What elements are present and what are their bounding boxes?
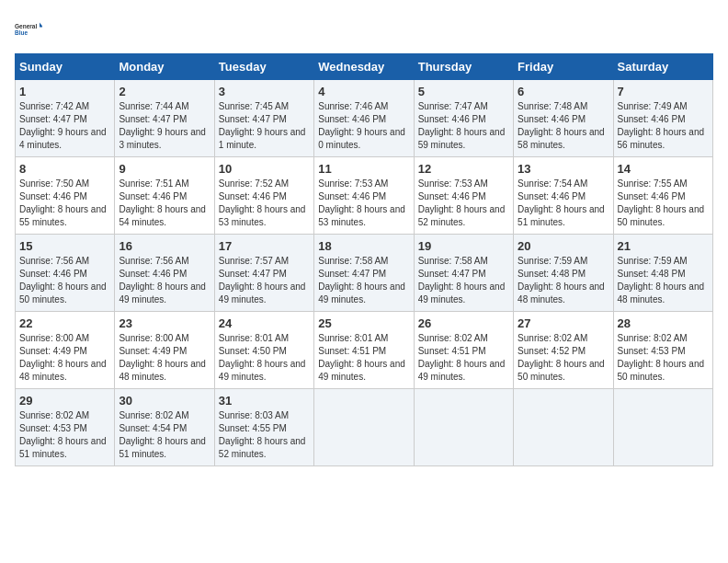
day-number: 12 bbox=[418, 162, 509, 176]
day-number: 28 bbox=[618, 316, 709, 330]
day-info: Sunrise: 8:01 AM Sunset: 4:50 PM Dayligh… bbox=[219, 332, 310, 384]
week-row-5: 29 Sunrise: 8:02 AM Sunset: 4:53 PM Dayl… bbox=[16, 389, 713, 466]
day-info: Sunrise: 7:58 AM Sunset: 4:47 PM Dayligh… bbox=[318, 255, 409, 306]
day-info: Sunrise: 7:56 AM Sunset: 4:46 PM Dayligh… bbox=[119, 255, 210, 306]
calendar-cell: 16 Sunrise: 7:56 AM Sunset: 4:46 PM Dayl… bbox=[115, 235, 214, 312]
calendar-cell: 12 Sunrise: 7:53 AM Sunset: 4:46 PM Dayl… bbox=[414, 157, 513, 235]
day-info: Sunrise: 8:01 AM Sunset: 4:51 PM Dayligh… bbox=[318, 332, 409, 384]
day-info: Sunrise: 7:59 AM Sunset: 4:48 PM Dayligh… bbox=[618, 255, 709, 306]
calendar-cell: 17 Sunrise: 7:57 AM Sunset: 4:47 PM Dayl… bbox=[214, 235, 313, 312]
day-number: 16 bbox=[119, 239, 210, 253]
day-number: 26 bbox=[418, 316, 509, 330]
week-row-3: 15 Sunrise: 7:56 AM Sunset: 4:46 PM Dayl… bbox=[16, 235, 713, 312]
calendar-cell bbox=[514, 389, 613, 466]
day-number: 11 bbox=[318, 162, 409, 176]
calendar-cell: 27 Sunrise: 8:02 AM Sunset: 4:52 PM Dayl… bbox=[514, 312, 613, 389]
svg-text:Blue: Blue bbox=[15, 29, 28, 36]
calendar-cell: 14 Sunrise: 7:55 AM Sunset: 4:46 PM Dayl… bbox=[613, 157, 712, 235]
day-info: Sunrise: 8:02 AM Sunset: 4:51 PM Dayligh… bbox=[418, 332, 509, 384]
day-info: Sunrise: 7:48 AM Sunset: 4:46 PM Dayligh… bbox=[518, 100, 609, 152]
day-info: Sunrise: 7:56 AM Sunset: 4:46 PM Dayligh… bbox=[19, 255, 110, 306]
calendar-cell: 30 Sunrise: 8:02 AM Sunset: 4:54 PM Dayl… bbox=[115, 389, 214, 466]
calendar-cell: 21 Sunrise: 7:59 AM Sunset: 4:48 PM Dayl… bbox=[613, 235, 712, 312]
weekday-header-thursday: Thursday bbox=[414, 54, 513, 80]
day-info: Sunrise: 7:49 AM Sunset: 4:46 PM Dayligh… bbox=[618, 100, 709, 152]
weekday-header-wednesday: Wednesday bbox=[314, 54, 414, 80]
day-number: 7 bbox=[618, 85, 709, 98]
day-info: Sunrise: 8:00 AM Sunset: 4:49 PM Dayligh… bbox=[119, 332, 210, 384]
day-number: 14 bbox=[618, 162, 709, 176]
calendar-cell: 20 Sunrise: 7:59 AM Sunset: 4:48 PM Dayl… bbox=[514, 235, 613, 312]
day-number: 31 bbox=[219, 394, 310, 408]
day-info: Sunrise: 7:57 AM Sunset: 4:47 PM Dayligh… bbox=[219, 255, 310, 306]
day-number: 20 bbox=[518, 239, 609, 253]
logo: General Blue bbox=[15, 15, 42, 42]
calendar-cell bbox=[314, 389, 414, 466]
day-number: 27 bbox=[518, 316, 609, 330]
day-number: 19 bbox=[418, 239, 509, 253]
day-info: Sunrise: 7:53 AM Sunset: 4:46 PM Dayligh… bbox=[418, 178, 509, 229]
svg-text:General: General bbox=[15, 23, 37, 29]
day-info: Sunrise: 7:46 AM Sunset: 4:46 PM Dayligh… bbox=[318, 100, 409, 152]
calendar-cell: 13 Sunrise: 7:54 AM Sunset: 4:46 PM Dayl… bbox=[514, 157, 613, 235]
calendar-cell: 11 Sunrise: 7:53 AM Sunset: 4:46 PM Dayl… bbox=[314, 157, 414, 235]
weekday-header-saturday: Saturday bbox=[613, 54, 712, 80]
day-number: 13 bbox=[518, 162, 609, 176]
day-number: 1 bbox=[19, 85, 110, 98]
day-number: 23 bbox=[119, 316, 210, 330]
day-number: 21 bbox=[618, 239, 709, 253]
logo-svg: General Blue bbox=[15, 15, 42, 42]
day-number: 10 bbox=[219, 162, 310, 176]
calendar-cell: 18 Sunrise: 7:58 AM Sunset: 4:47 PM Dayl… bbox=[314, 235, 414, 312]
day-info: Sunrise: 7:58 AM Sunset: 4:47 PM Dayligh… bbox=[418, 255, 509, 306]
calendar-cell: 29 Sunrise: 8:02 AM Sunset: 4:53 PM Dayl… bbox=[16, 389, 115, 466]
calendar-cell: 2 Sunrise: 7:44 AM Sunset: 4:47 PM Dayli… bbox=[115, 80, 214, 157]
day-info: Sunrise: 7:51 AM Sunset: 4:46 PM Dayligh… bbox=[119, 178, 210, 229]
day-number: 15 bbox=[19, 239, 110, 253]
calendar-cell: 1 Sunrise: 7:42 AM Sunset: 4:47 PM Dayli… bbox=[16, 80, 115, 157]
day-info: Sunrise: 8:00 AM Sunset: 4:49 PM Dayligh… bbox=[19, 332, 110, 384]
day-number: 18 bbox=[318, 239, 409, 253]
day-info: Sunrise: 7:50 AM Sunset: 4:46 PM Dayligh… bbox=[19, 178, 110, 229]
page-header: General Blue bbox=[15, 15, 713, 42]
calendar-cell: 24 Sunrise: 8:01 AM Sunset: 4:50 PM Dayl… bbox=[214, 312, 313, 389]
calendar-cell: 22 Sunrise: 8:00 AM Sunset: 4:49 PM Dayl… bbox=[16, 312, 115, 389]
day-info: Sunrise: 7:55 AM Sunset: 4:46 PM Dayligh… bbox=[618, 178, 709, 229]
day-info: Sunrise: 8:02 AM Sunset: 4:52 PM Dayligh… bbox=[518, 332, 609, 384]
week-row-1: 1 Sunrise: 7:42 AM Sunset: 4:47 PM Dayli… bbox=[16, 80, 713, 157]
day-info: Sunrise: 7:59 AM Sunset: 4:48 PM Dayligh… bbox=[518, 255, 609, 306]
day-info: Sunrise: 8:03 AM Sunset: 4:55 PM Dayligh… bbox=[219, 409, 310, 461]
week-row-4: 22 Sunrise: 8:00 AM Sunset: 4:49 PM Dayl… bbox=[16, 312, 713, 389]
calendar-cell: 19 Sunrise: 7:58 AM Sunset: 4:47 PM Dayl… bbox=[414, 235, 513, 312]
day-info: Sunrise: 7:45 AM Sunset: 4:47 PM Dayligh… bbox=[219, 100, 310, 152]
calendar-table: SundayMondayTuesdayWednesdayThursdayFrid… bbox=[15, 53, 713, 466]
day-number: 9 bbox=[119, 162, 210, 176]
calendar-cell: 10 Sunrise: 7:52 AM Sunset: 4:46 PM Dayl… bbox=[214, 157, 313, 235]
weekday-header-monday: Monday bbox=[115, 54, 214, 80]
calendar-cell: 6 Sunrise: 7:48 AM Sunset: 4:46 PM Dayli… bbox=[514, 80, 613, 157]
day-number: 24 bbox=[219, 316, 310, 330]
calendar-cell: 5 Sunrise: 7:47 AM Sunset: 4:46 PM Dayli… bbox=[414, 80, 513, 157]
day-number: 29 bbox=[19, 394, 110, 408]
day-info: Sunrise: 7:42 AM Sunset: 4:47 PM Dayligh… bbox=[19, 100, 110, 152]
day-info: Sunrise: 7:54 AM Sunset: 4:46 PM Dayligh… bbox=[518, 178, 609, 229]
weekday-header-friday: Friday bbox=[514, 54, 613, 80]
calendar-cell: 9 Sunrise: 7:51 AM Sunset: 4:46 PM Dayli… bbox=[115, 157, 214, 235]
calendar-cell: 15 Sunrise: 7:56 AM Sunset: 4:46 PM Dayl… bbox=[16, 235, 115, 312]
day-number: 8 bbox=[19, 162, 110, 176]
day-number: 3 bbox=[219, 85, 310, 98]
day-info: Sunrise: 8:02 AM Sunset: 4:53 PM Dayligh… bbox=[618, 332, 709, 384]
day-number: 17 bbox=[219, 239, 310, 253]
day-info: Sunrise: 7:52 AM Sunset: 4:46 PM Dayligh… bbox=[219, 178, 310, 229]
day-number: 5 bbox=[418, 85, 509, 98]
weekday-header-sunday: Sunday bbox=[16, 54, 115, 80]
day-number: 22 bbox=[19, 316, 110, 330]
day-info: Sunrise: 7:44 AM Sunset: 4:47 PM Dayligh… bbox=[119, 100, 210, 152]
weekday-header-row: SundayMondayTuesdayWednesdayThursdayFrid… bbox=[16, 54, 713, 80]
day-info: Sunrise: 7:47 AM Sunset: 4:46 PM Dayligh… bbox=[418, 100, 509, 152]
calendar-cell: 23 Sunrise: 8:00 AM Sunset: 4:49 PM Dayl… bbox=[115, 312, 214, 389]
svg-marker-2 bbox=[40, 23, 42, 28]
calendar-cell: 25 Sunrise: 8:01 AM Sunset: 4:51 PM Dayl… bbox=[314, 312, 414, 389]
day-info: Sunrise: 8:02 AM Sunset: 4:53 PM Dayligh… bbox=[19, 409, 110, 461]
day-number: 6 bbox=[518, 85, 609, 98]
